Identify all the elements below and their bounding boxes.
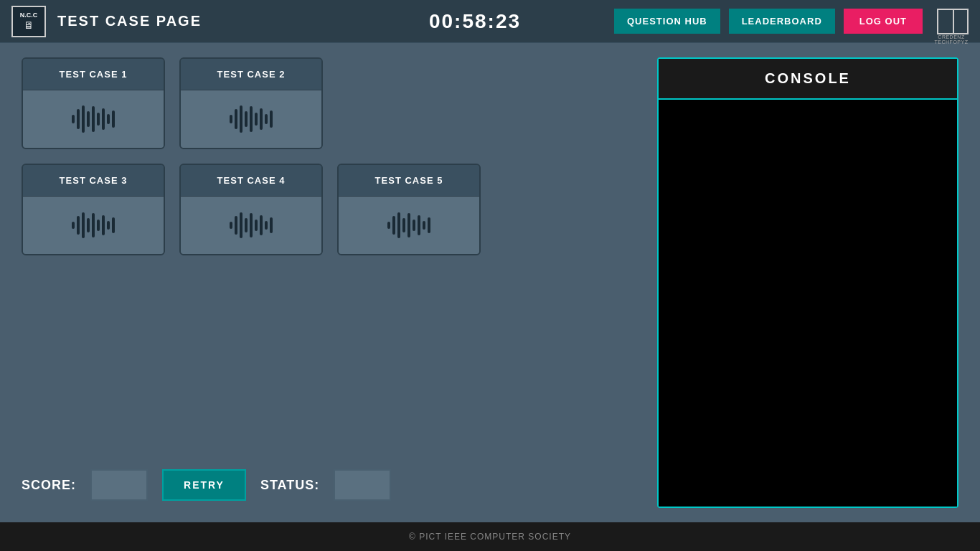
right-panel: CONSOLE [657,57,958,508]
test-case-body-1 [23,90,164,148]
test-case-label-1: TEST CASE 1 [23,59,164,90]
waveform-3 [72,211,115,240]
main-content: TEST CASE 1 TEST CASE [0,43,980,522]
score-input[interactable] [90,469,148,501]
waveform-2 [230,105,273,133]
test-case-body-4 [181,197,321,254]
console-container: CONSOLE [657,57,958,508]
bottom-controls: SCORE: RETRY STATUS: [22,462,643,508]
header-buttons: QUESTION HUB LEADERBOARD LOG OUT CREDENZ… [614,9,969,34]
waveform-5 [387,211,430,240]
test-case-body-2 [181,90,321,148]
leaderboard-button[interactable]: LEADERBOARD [729,9,835,34]
test-case-card-1[interactable]: TEST CASE 1 [22,57,165,149]
footer-text: © PICT IEEE COMPUTER SOCIETY [409,532,571,542]
logout-button[interactable]: LOG OUT [844,9,923,34]
retry-button[interactable]: RETRY [162,469,246,501]
waveform-4 [230,211,273,240]
console-body[interactable] [659,100,957,507]
status-label: STATUS: [260,478,319,493]
console-title: CONSOLE [765,70,851,86]
logo: N.C.C 🖥 [11,6,46,37]
left-panel: TEST CASE 1 TEST CASE [22,57,643,508]
test-case-card-2[interactable]: TEST CASE 2 [179,57,323,149]
test-case-label-3: TEST CASE 3 [23,165,164,197]
split-view-icon[interactable] [937,9,969,34]
test-cases-row-2: TEST CASE 3 TEST CASE [22,164,643,255]
test-case-body-3 [23,197,164,254]
test-case-label-4: TEST CASE 4 [181,165,321,197]
test-case-card-4[interactable]: TEST CASE 4 [179,164,323,255]
score-label: SCORE: [22,478,76,493]
waveform-1 [72,105,115,133]
test-case-card-3[interactable]: TEST CASE 3 [22,164,165,255]
split-label: CREDENZ TECHFOPYZ [934,34,969,44]
header: N.C.C 🖥 TEST CASE PAGE 00:58:23 QUESTION… [0,0,980,43]
test-case-body-5 [339,197,479,254]
test-case-label-5: TEST CASE 5 [339,165,479,197]
monitor-icon: 🖥 [24,19,34,31]
test-case-label-2: TEST CASE 2 [181,59,321,90]
test-cases-row-1: TEST CASE 1 TEST CASE [22,57,643,149]
question-hub-button[interactable]: QUESTION HUB [614,9,720,34]
status-input[interactable] [334,469,391,501]
footer: © PICT IEEE COMPUTER SOCIETY [0,522,980,551]
timer-display: 00:58:23 [336,10,614,33]
page-title: TEST CASE PAGE [57,13,336,29]
logo-text: N.C.C [20,11,38,19]
test-case-card-5[interactable]: TEST CASE 5 [337,164,481,255]
console-header: CONSOLE [659,59,957,100]
